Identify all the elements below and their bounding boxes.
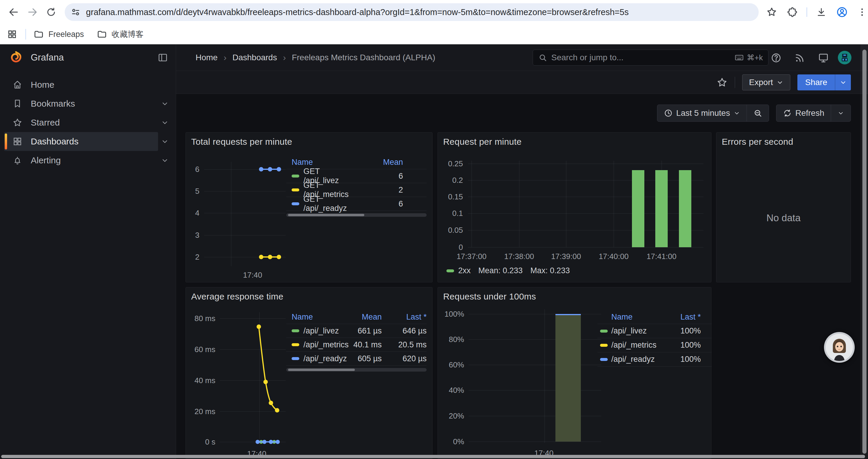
y-tick: 0	[439, 243, 463, 252]
search-box[interactable]: ⌘+k	[533, 50, 769, 66]
legend-scrollbar[interactable]	[286, 213, 427, 217]
legend-row[interactable]: /api/_livez 100%	[597, 324, 712, 338]
sidebar-item-starred[interactable]: Starred	[4, 113, 158, 132]
chevron-down-icon[interactable]	[161, 100, 169, 107]
extensions-icon[interactable]	[786, 3, 799, 22]
legend-col-name[interactable]: Name	[286, 313, 353, 322]
monitor-icon[interactable]	[818, 52, 829, 64]
chevron-down-icon[interactable]	[161, 157, 169, 164]
legend-col-last[interactable]: Last *	[665, 313, 701, 322]
y-tick: 6	[188, 165, 199, 174]
panel-title[interactable]: Request per minute	[443, 137, 522, 147]
forward-icon[interactable]	[23, 3, 42, 22]
chevron-down-icon	[840, 79, 847, 86]
legend-col-name[interactable]: Name	[597, 313, 665, 322]
bookmark-star-icon[interactable]	[765, 3, 778, 22]
sidebar-item-home[interactable]: Home	[4, 75, 158, 94]
panel-under-100ms[interactable]: Requests under 100ms 100% 80% 60% 40% 20…	[438, 287, 711, 459]
series-color-pill	[600, 344, 608, 347]
x-tick: 17:41:00	[646, 252, 676, 261]
legend-scrollbar[interactable]	[286, 368, 427, 371]
url-text[interactable]: grafana.mathmast.com/d/deytv4rwavabkb/fr…	[86, 7, 629, 17]
refresh-icon	[783, 109, 792, 118]
panel-title[interactable]: Average response time	[191, 292, 283, 302]
sidebar: Grafana Home Bookmarks	[0, 44, 176, 459]
chevron-down-icon[interactable]	[161, 119, 169, 126]
refresh-interval-chevron[interactable]	[831, 105, 850, 121]
apps-grid-icon[interactable]	[5, 25, 20, 44]
legend-item-2xx[interactable]: 2xx	[446, 266, 471, 275]
legend-col-last[interactable]: Last *	[382, 313, 427, 322]
gridline	[468, 164, 704, 164]
legend-scrollbar-thumb[interactable]	[288, 369, 355, 371]
dashboard-body: Last 5 minutes Refresh	[176, 94, 868, 459]
y-tick: 60 ms	[187, 345, 215, 354]
user-avatar[interactable]	[838, 51, 851, 64]
browser-menu-icon[interactable]	[856, 3, 868, 22]
back-icon[interactable]	[4, 3, 23, 22]
area-column	[555, 314, 581, 441]
rss-icon[interactable]	[794, 52, 805, 64]
legend-row[interactable]: /api/_metrics 40.1 ms 20.5 ms	[286, 338, 427, 352]
panel-request-per-minute[interactable]: Request per minute 0.25 0.2 0.15 0.1 0.0…	[438, 132, 711, 282]
x-tick: 17:37:00	[457, 252, 486, 261]
share-menu-chevron[interactable]	[835, 74, 851, 90]
clock-icon	[664, 109, 673, 118]
series-color-pill	[291, 357, 299, 360]
share-button[interactable]: Share	[797, 74, 851, 90]
gridline	[469, 416, 601, 416]
favorite-star-icon[interactable]	[716, 77, 728, 88]
sidebar-item-label: Alerting	[31, 155, 61, 165]
gridline	[471, 161, 472, 247]
legend-scrollbar-thumb[interactable]	[288, 214, 364, 216]
legend-row[interactable]: /api/_readyz 100%	[597, 352, 712, 366]
help-icon[interactable]	[771, 52, 782, 64]
legend-col-mean[interactable]: Mean	[353, 313, 382, 322]
search-input[interactable]	[551, 53, 735, 62]
vertical-scrollbar[interactable]	[862, 50, 867, 454]
panel-title[interactable]: Total requests per minute	[191, 137, 292, 147]
sidebar-header: Grafana	[0, 44, 176, 71]
data-point	[277, 255, 281, 259]
time-range-picker[interactable]: Last 5 minutes	[657, 105, 747, 121]
site-settings-icon[interactable]	[71, 7, 81, 17]
refresh-button[interactable]: Refresh	[776, 105, 831, 121]
zoom-out-button[interactable]	[747, 105, 769, 121]
breadcrumb-home[interactable]: Home	[195, 53, 218, 62]
brand-name: Grafana	[31, 52, 64, 63]
panel-total-requests[interactable]: Total requests per minute 6 5 4 3 2 17:4…	[186, 132, 433, 282]
y-tick: 60%	[439, 360, 464, 369]
panel-title[interactable]: Errors per second	[722, 137, 793, 147]
breadcrumb-dashboards[interactable]: Dashboards	[232, 53, 277, 62]
legend-row[interactable]: /api/_metrics 100%	[597, 338, 712, 352]
gridline	[469, 339, 601, 340]
panel-avg-response-time[interactable]: Average response time 80 ms 60 ms 40 ms …	[186, 287, 433, 459]
sidebar-collapse-icon[interactable]	[157, 52, 168, 63]
home-icon	[12, 80, 23, 90]
legend-col-mean[interactable]: Mean	[356, 158, 403, 167]
bar-2xx	[655, 170, 668, 247]
panel-errors-per-second[interactable]: Errors per second No data	[716, 132, 851, 282]
dashboard-toolbar: Export Share	[176, 71, 868, 94]
sidebar-item-label: Bookmarks	[31, 99, 75, 109]
export-button[interactable]: Export	[742, 74, 790, 90]
reload-icon[interactable]	[42, 3, 61, 22]
sidebar-item-alerting[interactable]: Alerting	[4, 151, 158, 170]
bookmark-folder-blogs[interactable]: 收藏博客	[97, 29, 144, 40]
horizontal-scrollbar[interactable]	[1, 455, 865, 458]
legend-row[interactable]: /api/_livez 661 µs 646 µs	[286, 324, 427, 338]
sidebar-item-dashboards[interactable]: Dashboards	[4, 132, 158, 151]
legend-row[interactable]: GET /api/_readyz 6	[286, 197, 427, 211]
address-bar[interactable]: grafana.mathmast.com/d/deytv4rwavabkb/fr…	[65, 3, 759, 21]
download-icon[interactable]	[815, 3, 828, 22]
floating-assistant-avatar[interactable]	[824, 332, 855, 363]
panel-title[interactable]: Requests under 100ms	[443, 292, 536, 302]
legend-col-name[interactable]: Name	[286, 158, 356, 167]
sidebar-item-bookmarks[interactable]: Bookmarks	[4, 94, 158, 113]
profile-icon[interactable]	[836, 3, 848, 22]
bookmark-folder-freeleaps[interactable]: Freeleaps	[34, 29, 84, 39]
x-tick: 17:38:00	[504, 252, 534, 261]
legend-row[interactable]: /api/_readyz 605 µs 620 µs	[286, 352, 427, 366]
chevron-down-icon[interactable]	[161, 138, 169, 145]
grafana-brand[interactable]: Grafana	[9, 51, 64, 65]
